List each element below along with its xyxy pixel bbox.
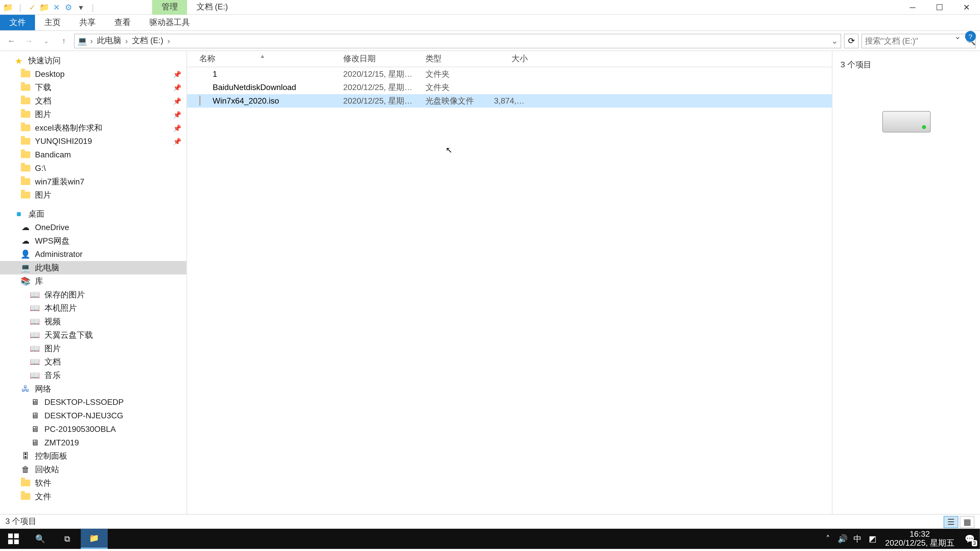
breadcrumb-dropdown-icon[interactable]: ⌄: [831, 36, 838, 45]
tree-network-item[interactable]: 🖥DESKTOP-NJEU3CG: [0, 409, 186, 422]
volume-icon[interactable]: 🔊: [835, 529, 850, 549]
tree-library-item[interactable]: 📖天翼云盘下载: [0, 328, 186, 342]
file-row[interactable]: 12020/12/15, 星期二 1...文件夹: [187, 67, 832, 81]
tab-drive-tools[interactable]: 驱动器工具: [140, 15, 199, 30]
ribbon-context-tab[interactable]: 管理: [152, 0, 187, 14]
qat-settings-icon[interactable]: ⚙: [63, 2, 74, 13]
tray-expand-icon[interactable]: ˄: [821, 529, 835, 549]
qat-separator: |: [15, 2, 25, 13]
column-date[interactable]: 修改日期: [338, 53, 420, 65]
help-icon[interactable]: ?: [965, 31, 976, 41]
folder-icon: [20, 163, 31, 173]
cloud-icon: ☁: [20, 222, 31, 233]
pin-icon: 📌: [173, 84, 181, 91]
tree-desktop-item[interactable]: 💻此电脑: [0, 261, 186, 275]
qat-check-icon[interactable]: ✓: [27, 2, 38, 13]
lib-icon: 📚: [20, 276, 31, 286]
tree-recycle-bin[interactable]: 🗑回收站: [0, 463, 186, 476]
tree-control-panel[interactable]: 🎛控制面板: [0, 449, 186, 463]
qat-dropdown-icon[interactable]: ▾: [75, 2, 86, 13]
nav-back-button[interactable]: ←: [4, 33, 19, 48]
tree-library-item[interactable]: 📖本机照片: [0, 301, 186, 315]
chevron-right-icon[interactable]: ›: [124, 36, 129, 45]
maximize-button[interactable]: ☐: [926, 0, 953, 14]
tree-quick-access[interactable]: ★快速访问: [0, 54, 186, 67]
ribbon-collapse-icon[interactable]: ⌄: [954, 32, 961, 41]
task-view-button[interactable]: ⧉: [54, 529, 81, 549]
preview-item-count: 3 个项目: [841, 59, 972, 71]
column-type[interactable]: 类型: [420, 53, 488, 65]
tree-network-item[interactable]: 🖥ZMT2019: [0, 436, 186, 449]
folder-icon: [20, 122, 31, 133]
tree-quick-item[interactable]: 文档📌: [0, 94, 186, 108]
view-icons-button[interactable]: ▦: [959, 516, 974, 527]
pin-icon: 📌: [173, 70, 181, 78]
tree-quick-item[interactable]: Desktop📌: [0, 67, 186, 81]
breadcrumb-segment[interactable]: 此电脑: [95, 35, 122, 46]
tree-quick-item[interactable]: G:\: [0, 162, 186, 175]
taskbar-explorer[interactable]: 📁: [81, 529, 107, 549]
address-bar-row: ← → ⌄ ↑ 💻 › 此电脑 › 文档 (E:) › ⌄ ⟳ 🔍: [0, 31, 980, 51]
tree-network-item[interactable]: 🖥DESKTOP-LSSOEDP: [0, 395, 186, 409]
start-button[interactable]: [0, 529, 27, 549]
column-name[interactable]: 名称▲: [187, 53, 338, 65]
breadcrumb-segment[interactable]: 文档 (E:): [130, 35, 165, 46]
pc-icon: 💻: [77, 36, 88, 45]
breadcrumb[interactable]: 💻 › 此电脑 › 文档 (E:) › ⌄: [74, 33, 841, 48]
view-details-button[interactable]: ☰: [943, 516, 958, 527]
chevron-right-icon[interactable]: ›: [166, 36, 171, 45]
refresh-button[interactable]: ⟳: [844, 33, 859, 48]
app-icon: 📁: [3, 2, 14, 13]
tree-network-item[interactable]: 🖥PC-20190530OBLA: [0, 422, 186, 436]
taskbar: 🔍 ⧉ 📁 ˄ 🔊 中 ◩ 16:32 2020/12/25, 星期五 💬3: [0, 529, 980, 549]
qat-close-icon[interactable]: ✕: [51, 2, 62, 13]
tree-library-item[interactable]: 📖保存的图片: [0, 288, 186, 302]
tree-desktop-item[interactable]: 📚库: [0, 275, 186, 288]
tree-network[interactable]: 🖧网络: [0, 382, 186, 395]
qat-folder-icon[interactable]: 📁: [39, 2, 50, 13]
nav-recent-dropdown[interactable]: ⌄: [39, 33, 54, 48]
tree-quick-item[interactable]: Bandicam: [0, 148, 186, 162]
tab-home[interactable]: 主页: [35, 15, 70, 30]
tree-library-item[interactable]: 📖文档: [0, 355, 186, 368]
taskbar-clock[interactable]: 16:32 2020/12/25, 星期五: [880, 530, 959, 548]
column-size[interactable]: 大小: [488, 53, 533, 65]
tree-desktop-item[interactable]: 👤Administrator: [0, 248, 186, 261]
tab-file[interactable]: 文件: [0, 15, 35, 30]
tab-view[interactable]: 查看: [105, 15, 140, 30]
tree-library-item[interactable]: 📖视频: [0, 315, 186, 328]
tree-quick-item[interactable]: 图片📌: [0, 108, 186, 121]
folder-icon: [20, 68, 31, 79]
tree-quick-item[interactable]: win7重装win7: [0, 175, 186, 189]
tree-folder-software[interactable]: 软件: [0, 476, 186, 490]
tray-app-icon[interactable]: ◩: [865, 529, 880, 549]
library-icon: 📖: [30, 330, 40, 340]
nav-up-button[interactable]: ↑: [57, 33, 72, 48]
tab-share[interactable]: 共享: [70, 15, 105, 30]
close-button[interactable]: ✕: [953, 0, 980, 14]
minimize-button[interactable]: ─: [899, 0, 926, 14]
file-row[interactable]: Win7x64_2020.iso2020/12/25, 星期五 1...光盘映像…: [187, 94, 832, 108]
nav-forward-button[interactable]: →: [21, 33, 36, 48]
tree-quick-item[interactable]: 图片: [0, 188, 186, 202]
action-center-button[interactable]: 💬3: [959, 529, 980, 549]
tree-library-item[interactable]: 📖图片: [0, 342, 186, 355]
tree-folder-docs[interactable]: 文件: [0, 490, 186, 503]
folder-icon: [20, 82, 31, 93]
tree-quick-item[interactable]: 下载📌: [0, 81, 186, 94]
tree-quick-item[interactable]: YUNQISHI2019📌: [0, 135, 186, 148]
tree-desktop-item[interactable]: ☁WPS网盘: [0, 234, 186, 248]
computer-icon: 🖥: [30, 437, 40, 448]
folder-icon: [20, 478, 31, 488]
tree-desktop-item[interactable]: ☁OneDrive: [0, 221, 186, 234]
tree-desktop[interactable]: ■桌面: [0, 207, 186, 221]
chevron-right-icon[interactable]: ›: [89, 36, 94, 45]
ime-indicator[interactable]: 中: [850, 529, 865, 549]
tree-quick-item[interactable]: excel表格制作求和📌: [0, 121, 186, 135]
sort-asc-icon: ▲: [260, 53, 265, 59]
search-button[interactable]: 🔍: [27, 529, 54, 549]
search-input[interactable]: [865, 36, 966, 45]
file-row[interactable]: BaiduNetdiskDownload2020/12/25, 星期五 1...…: [187, 81, 832, 94]
tree-library-item[interactable]: 📖音乐: [0, 368, 186, 382]
file-name: 1: [213, 69, 217, 79]
